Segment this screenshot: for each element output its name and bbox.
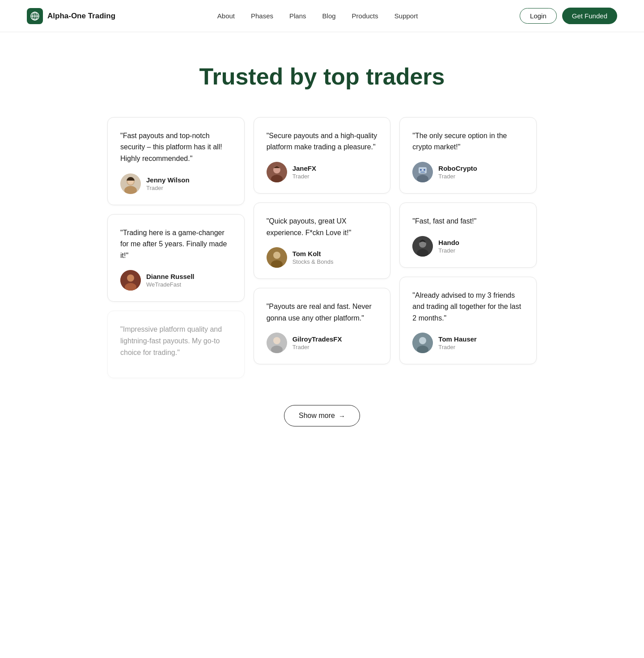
avatar-jenny xyxy=(120,173,141,194)
author-tomh: Tom Hauser Trader xyxy=(412,333,524,353)
nav-products[interactable]: Products xyxy=(352,12,378,20)
author-role-tomh: Trader xyxy=(438,344,477,350)
testimonial-card-gilroy: "Payouts are real and fast. Never gonna … xyxy=(254,288,391,364)
author-info-gilroy: GilroyTradesFX Trader xyxy=(292,335,342,350)
nav-links: About Phases Plans Blog Products Support xyxy=(217,12,418,20)
testimonial-card-dianne: "Trading here is a game-changer for me a… xyxy=(107,214,245,302)
author-name-tomh: Tom Hauser xyxy=(438,335,477,343)
nav-plans[interactable]: Plans xyxy=(289,12,306,20)
quote-gilroy: "Payouts are real and fast. Never gonna … xyxy=(267,301,378,324)
nav-actions: Login Get Funded xyxy=(520,8,617,24)
avatar-hando xyxy=(412,236,433,257)
svg-point-14 xyxy=(273,252,280,259)
nav-support[interactable]: Support xyxy=(394,12,418,20)
author-role-gilroy: Trader xyxy=(292,344,342,350)
svg-point-5 xyxy=(124,186,137,194)
testimonial-card-faded: "Impressive platform quality and lightni… xyxy=(107,311,245,378)
testimonial-card-hando: "Fast, fast and fast!" Hando Trader xyxy=(399,202,537,268)
author-info-tomk: Tom Kolt Stocks & Bonds xyxy=(292,250,334,265)
navbar: Alpha-One Trading About Phases Plans Blo… xyxy=(0,0,644,32)
author-name-gilroy: GilroyTradesFX xyxy=(292,335,342,343)
logo-text: Alpha-One Trading xyxy=(47,12,115,21)
nav-phases[interactable]: Phases xyxy=(251,12,273,20)
avatar-robo xyxy=(412,162,433,182)
svg-point-21 xyxy=(420,169,422,171)
author-name-dianne: Dianne Russell xyxy=(146,273,195,280)
page-heading: Trusted by top traders xyxy=(107,63,537,90)
author-role-jenny: Trader xyxy=(146,185,190,191)
author-name-hando: Hando xyxy=(438,239,459,246)
author-info-jenny: Jenny Wilson Trader xyxy=(146,176,190,191)
quote-tomk: "Quick payouts, great UX experience. F*c… xyxy=(267,215,378,238)
author-name-jane: JaneFX xyxy=(292,164,316,172)
author-hando: Hando Trader xyxy=(412,236,524,257)
quote-dianne: "Trading here is a game-changer for me a… xyxy=(120,227,232,262)
nav-about[interactable]: About xyxy=(217,12,235,20)
avatar-jane xyxy=(267,162,287,182)
avatar-dianne xyxy=(120,270,141,291)
author-tomk: Tom Kolt Stocks & Bonds xyxy=(267,247,378,268)
author-jenny: Jenny Wilson Trader xyxy=(120,173,232,194)
show-more-button[interactable]: Show more → xyxy=(284,405,360,426)
author-robo: RoboCrypto Trader xyxy=(412,162,524,182)
quote-tomh: "Already advised to my 3 friends and tra… xyxy=(412,290,524,324)
author-dianne: Dianne Russell WeTradeFast xyxy=(120,270,232,291)
main-content: Trusted by top traders "Fast payouts and… xyxy=(98,32,546,453)
svg-point-17 xyxy=(273,337,280,344)
author-role-hando: Trader xyxy=(438,247,459,254)
author-role-robo: Trader xyxy=(438,173,477,180)
author-name-jenny: Jenny Wilson xyxy=(146,176,190,184)
get-funded-button[interactable]: Get Funded xyxy=(562,8,617,24)
nav-blog[interactable]: Blog xyxy=(322,12,336,20)
testimonials-col-3: "The only secure option in the crypto ma… xyxy=(399,117,537,365)
quote-robo: "The only secure option in the crypto ma… xyxy=(412,130,524,153)
author-info-jane: JaneFX Trader xyxy=(292,164,316,180)
author-info-tomh: Tom Hauser Trader xyxy=(438,335,477,350)
svg-point-22 xyxy=(424,169,425,171)
logo-link[interactable]: Alpha-One Trading xyxy=(27,8,115,24)
author-name-robo: RoboCrypto xyxy=(438,164,477,172)
logo-icon xyxy=(27,8,43,24)
testimonial-card-robo: "The only secure option in the crypto ma… xyxy=(399,117,537,194)
svg-rect-23 xyxy=(420,172,425,173)
show-more-wrapper: Show more → xyxy=(107,405,537,426)
author-role-jane: Trader xyxy=(292,173,316,180)
avatar-gilroy xyxy=(267,333,287,353)
show-more-label: Show more xyxy=(299,412,335,420)
testimonial-card-tomh: "Already advised to my 3 friends and tra… xyxy=(399,277,537,365)
svg-point-29 xyxy=(419,337,426,344)
quote-hando: "Fast, fast and fast!" xyxy=(412,215,524,227)
quote-faded: "Impressive platform quality and lightni… xyxy=(120,324,232,358)
testimonial-card-jane: "Secure payouts and a high-quality platf… xyxy=(254,117,391,194)
author-gilroy: GilroyTradesFX Trader xyxy=(267,333,378,353)
author-info-dianne: Dianne Russell WeTradeFast xyxy=(146,273,195,288)
testimonial-card-jenny: "Fast payouts and top-notch security – t… xyxy=(107,117,245,205)
login-button[interactable]: Login xyxy=(520,8,557,24)
avatar-tomh xyxy=(412,333,433,353)
testimonials-col-2: "Secure payouts and a high-quality platf… xyxy=(254,117,391,365)
testimonials-col-1: "Fast payouts and top-notch security – t… xyxy=(107,117,245,378)
svg-point-8 xyxy=(127,274,134,282)
author-role-tomk: Stocks & Bonds xyxy=(292,258,334,265)
author-info-robo: RoboCrypto Trader xyxy=(438,164,477,180)
arrow-right-icon: → xyxy=(339,412,345,420)
quote-jane: "Secure payouts and a high-quality platf… xyxy=(267,130,378,153)
quote-jenny: "Fast payouts and top-notch security – t… xyxy=(120,130,232,164)
author-role-dianne: WeTradeFast xyxy=(146,281,195,288)
author-info-hando: Hando Trader xyxy=(438,239,459,254)
avatar-tomk xyxy=(267,247,287,268)
testimonial-card-tomk: "Quick payouts, great UX experience. F*c… xyxy=(254,202,391,279)
author-name-tomk: Tom Kolt xyxy=(292,250,334,257)
testimonials-grid: "Fast payouts and top-notch security – t… xyxy=(107,117,537,378)
author-jane: JaneFX Trader xyxy=(267,162,378,182)
